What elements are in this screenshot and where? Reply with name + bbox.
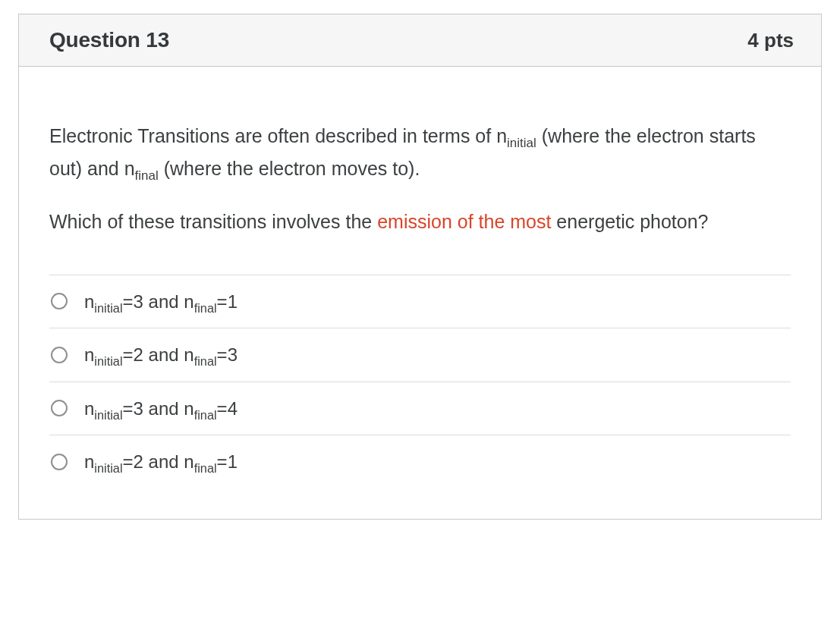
answer-option[interactable]: ninitial=3 and nfinal=4 [49,382,791,435]
radio-icon[interactable] [51,293,68,309]
subscript-initial: initial [94,354,122,368]
answer-text: ninitial=3 and nfinal=1 [84,289,238,315]
question-header: Question 13 4 pts [19,14,821,67]
answer-option[interactable]: ninitial=2 and nfinal=1 [49,435,791,488]
prompt-paragraph-2: Which of these transitions involves the … [49,206,791,238]
subscript-initial: initial [94,461,122,475]
answer-text: ninitial=2 and nfinal=3 [84,342,238,368]
radio-icon[interactable] [51,347,68,363]
question-body: Electronic Transitions are often describ… [19,67,821,519]
answer-list: ninitial=3 and nfinal=1 ninitial=2 and n… [49,275,791,488]
answer-text: ninitial=2 and nfinal=1 [84,449,238,475]
subscript-final: final [194,300,217,314]
radio-icon[interactable] [51,454,68,470]
question-card: Question 13 4 pts Electronic Transitions… [18,14,822,520]
emphasis-text: emission of the most [377,211,551,232]
subscript-final: final [194,407,217,421]
subscript-final: final [194,461,217,475]
prompt-text: energetic photon? [551,211,708,232]
radio-icon[interactable] [51,400,68,416]
subscript-final: final [194,354,217,368]
subscript-initial: initial [507,136,536,150]
prompt-text: Electronic Transitions are often describ… [49,125,507,146]
answer-text: ninitial=3 and nfinal=4 [84,396,238,422]
prompt-text: (where the electron moves to). [159,158,420,179]
answer-option[interactable]: ninitial=3 and nfinal=1 [49,275,791,328]
prompt-paragraph-1: Electronic Transitions are often describ… [49,120,791,184]
question-title: Question 13 [49,28,169,52]
subscript-initial: initial [94,407,122,421]
prompt-text: Which of these transitions involves the [49,211,377,232]
subscript-final: final [135,168,159,183]
answer-option[interactable]: ninitial=2 and nfinal=3 [49,328,791,382]
question-points: 4 pts [747,29,794,52]
subscript-initial: initial [94,300,122,314]
